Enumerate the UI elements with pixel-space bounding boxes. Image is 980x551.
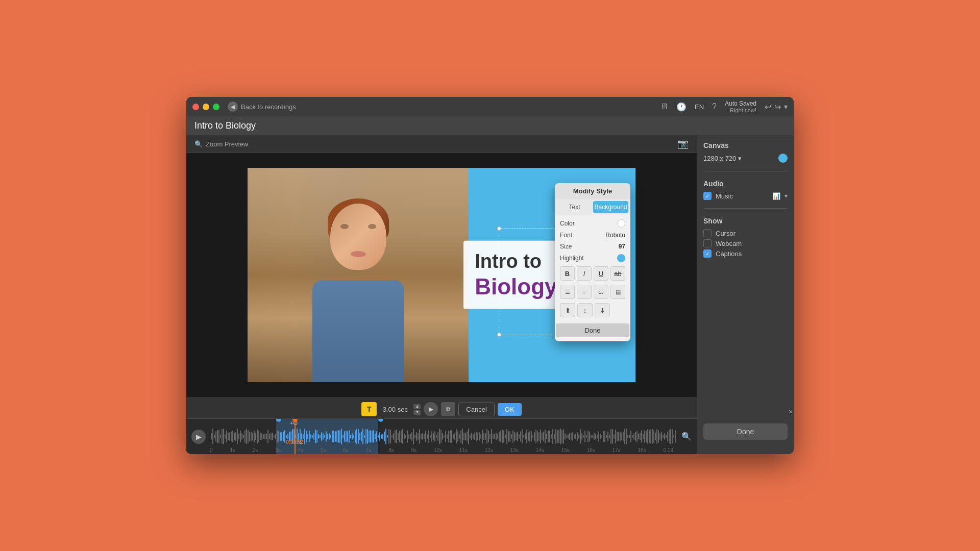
waveform-bar [479, 432, 480, 441]
timeline-ruler: ▶ +O 0: [186, 418, 697, 454]
step-up-button[interactable]: ▲ [413, 404, 421, 409]
waveform-bar [548, 431, 549, 442]
waveform-bar [666, 435, 667, 439]
canvas-size-button[interactable]: 1280 x 720 ▾ [703, 155, 742, 162]
monitor-icon[interactable]: 🖥 [660, 102, 668, 111]
captions-checkbox[interactable]: ✓ [703, 249, 712, 258]
waveform-bar [421, 434, 422, 439]
waveform-bar [258, 431, 259, 443]
text-marker-button[interactable]: T [361, 402, 377, 416]
redo-button[interactable]: ↪ [774, 102, 781, 112]
waveform-bar [240, 431, 241, 442]
close-button[interactable] [192, 104, 199, 110]
popup-header: Modify Style [555, 183, 630, 199]
waveform-bar [670, 429, 671, 444]
ok-button[interactable]: OK [498, 403, 522, 416]
align-right-button[interactable]: ☷ [594, 285, 608, 299]
handle-bl[interactable] [497, 333, 501, 337]
cancel-button[interactable]: Cancel [458, 403, 494, 416]
play-timeline-button[interactable]: ▶ [191, 430, 206, 444]
valign-top-button[interactable]: ⬆ [560, 303, 575, 317]
waveform-bar [586, 435, 587, 438]
waveform-bar [522, 429, 523, 444]
step-down-button[interactable]: ▼ [413, 410, 421, 415]
ruler-0: 0 [210, 447, 213, 453]
ruler-18s: 18s [638, 447, 646, 453]
help-icon[interactable]: ? [712, 102, 717, 111]
waveform-bar [512, 430, 513, 443]
waveform-bar [244, 430, 246, 443]
font-value[interactable]: Roboto [605, 232, 625, 239]
waveform-bar [379, 432, 380, 441]
bold-button[interactable]: B [560, 266, 575, 281]
underline-button[interactable]: U [594, 266, 608, 281]
waveform-bar [477, 433, 478, 440]
waveform-bar [264, 434, 265, 439]
minimize-button[interactable] [203, 104, 209, 110]
valign-middle-button[interactable]: ↕ [577, 303, 593, 317]
ruler-3s: 3s [275, 447, 281, 453]
audio-dropdown[interactable]: ▾ [785, 192, 788, 199]
done-button[interactable]: Done [703, 423, 788, 440]
align-center-button[interactable]: ≡ [577, 285, 592, 299]
tab-background[interactable]: Background [593, 201, 628, 213]
waveform-bar [640, 433, 641, 440]
history-icon[interactable]: 🕐 [676, 102, 687, 112]
waveform-bar [211, 433, 212, 440]
align-left-button[interactable]: ☰ [560, 285, 575, 299]
waveform-bar [575, 434, 576, 439]
webcam-row: Webcam [703, 239, 788, 247]
strikethrough-button[interactable]: ab [610, 266, 625, 281]
language-btn[interactable]: EN [695, 103, 704, 111]
waveform-bar [254, 431, 255, 442]
waveform-bar [580, 429, 581, 444]
waveform-bar [243, 435, 244, 438]
handle-tl[interactable] [497, 227, 501, 231]
time-stepper[interactable]: ▲ ▼ [413, 404, 421, 415]
waveform-bar [561, 430, 562, 443]
webcam-checkbox[interactable] [703, 239, 712, 247]
waveform-bar [607, 432, 608, 441]
ruler-2s: 2s [253, 447, 258, 453]
cursor-checkbox[interactable] [703, 229, 712, 237]
align-justify-button[interactable]: ▤ [610, 285, 625, 299]
search-button[interactable]: 🔍 [681, 432, 692, 441]
undo-button[interactable]: ↩ [765, 102, 771, 112]
show-section-label: Show [703, 217, 788, 225]
music-checkbox[interactable]: ✓ [703, 192, 712, 200]
waveform-bar [623, 432, 624, 441]
waveform-bar [402, 429, 403, 443]
back-button[interactable]: ◀ Back to recordings [228, 102, 296, 112]
expand-icon[interactable]: » [789, 407, 793, 415]
title-card[interactable]: Intro to Biology [463, 241, 568, 309]
maximize-button[interactable] [213, 104, 219, 110]
waveform-bar [516, 433, 517, 440]
more-options-icon[interactable]: ▾ [784, 103, 788, 111]
canvas-color-dot[interactable] [778, 154, 788, 163]
valign-bottom-button[interactable]: ⬇ [595, 303, 610, 317]
waveform-bar [581, 433, 582, 440]
highlight-picker[interactable] [617, 254, 625, 262]
copy-button[interactable]: ⧉ [441, 402, 455, 416]
play-small-button[interactable]: ▶ [424, 402, 438, 416]
ruler-11s: 11s [459, 447, 468, 453]
color-picker[interactable] [617, 219, 625, 228]
snapshot-button[interactable]: 📷 [677, 138, 689, 149]
waveform-bar [430, 435, 431, 438]
font-row: Font Roboto [560, 232, 625, 239]
waveform-bar [635, 432, 636, 441]
popup-done-button[interactable]: Done [556, 323, 629, 337]
waveform-bar [416, 432, 417, 441]
italic-button[interactable]: I [577, 266, 592, 281]
timeline-needle[interactable] [295, 419, 296, 454]
audio-section: Audio ✓ Music 📊 ▾ [703, 180, 788, 200]
ruler-14s: 14s [536, 447, 544, 453]
waveform-bar [225, 434, 226, 439]
waveform-bar [502, 430, 503, 444]
size-value[interactable]: 97 [619, 243, 625, 250]
waveform-bar [572, 432, 573, 440]
waveform-bar [252, 433, 253, 441]
waveform-bar [459, 434, 460, 439]
tab-text[interactable]: Text [557, 201, 592, 213]
waveform-bar [387, 435, 388, 438]
